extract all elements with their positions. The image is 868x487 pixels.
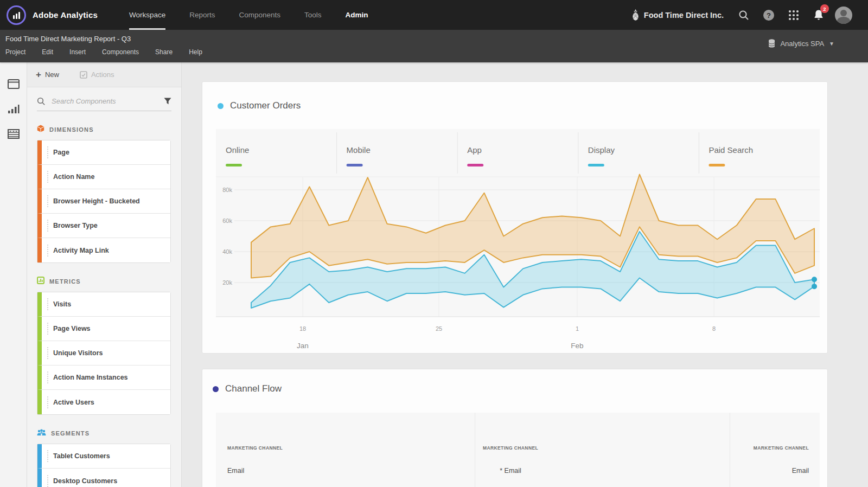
- component-label: Browser Type: [53, 222, 98, 229]
- channel-header-mobile: Mobile: [347, 145, 371, 155]
- brand-name: Adobe Analytics: [33, 10, 98, 20]
- drag-handle[interactable]: [47, 371, 48, 383]
- component-list-dimensions: PageAction NameBrowser Height - Bucketed…: [37, 140, 171, 263]
- component-label: Unique Visitors: [53, 349, 103, 357]
- topnav-item-components[interactable]: Components: [239, 0, 281, 30]
- drag-handle[interactable]: [47, 298, 48, 310]
- dimensions-item-browser-type[interactable]: Browser Type: [37, 214, 170, 238]
- month-label: Feb: [571, 342, 583, 350]
- channel-flow-dot: [213, 386, 219, 392]
- channel-color-bar-app: [467, 164, 483, 166]
- drag-handle[interactable]: [47, 220, 48, 232]
- panel-header: Channel Flow: [213, 383, 282, 394]
- project-menu-share[interactable]: Share: [155, 48, 173, 56]
- metrics-item-unique-visitors[interactable]: Unique Visitors: [37, 341, 170, 366]
- components-table-icon[interactable]: [0, 122, 27, 146]
- y-tick-label: 60k: [222, 217, 232, 224]
- help-icon[interactable]: ?: [756, 0, 781, 30]
- dimensions-item-page[interactable]: Page: [37, 140, 170, 165]
- project-menu-insert[interactable]: Insert: [69, 48, 86, 56]
- report-suite-name: Analytics SPA: [780, 40, 824, 48]
- dimensions-item-browser-height-bucketed[interactable]: Browser Height - Bucketed: [37, 189, 170, 214]
- company-name: Food Time Direct Inc.: [644, 11, 724, 20]
- topnav-item-tools[interactable]: Tools: [304, 0, 322, 30]
- project-menu-project[interactable]: Project: [5, 48, 25, 56]
- drag-handle[interactable]: [47, 195, 48, 207]
- topnav-item-reports[interactable]: Reports: [189, 0, 215, 30]
- section-header-dimensions: DIMENSIONS: [37, 125, 181, 134]
- x-tick-label: 25: [436, 325, 442, 332]
- svg-text:?: ?: [767, 11, 771, 19]
- workspace-canvas: Customer Orders OnlineMobileAppDisplayPa…: [182, 62, 868, 487]
- filter-funnel-icon[interactable]: [164, 98, 171, 105]
- search-components-input[interactable]: [50, 97, 159, 106]
- x-tick-label: 18: [299, 325, 306, 332]
- notifications-bell-icon[interactable]: 2: [806, 0, 831, 30]
- section-header-metrics: METRICS: [37, 277, 181, 286]
- month-label: Jan: [297, 342, 309, 350]
- drag-handle[interactable]: [47, 146, 48, 158]
- component-label: Action Name: [53, 173, 94, 181]
- dimensions-item-activity-map-link[interactable]: Activity Map Link: [37, 238, 170, 262]
- dimension-icon: [37, 125, 44, 134]
- drag-handle[interactable]: [47, 245, 48, 257]
- section-title: DIMENSIONS: [49, 126, 94, 133]
- customer-orders-chart[interactable]: OnlineMobileAppDisplayPaid Search20k40k6…: [216, 129, 820, 352]
- y-tick-label: 20k: [222, 279, 232, 286]
- metrics-item-action-name-instances[interactable]: Action Name Instances: [37, 366, 170, 390]
- metrics-item-page-views[interactable]: Page Views: [37, 317, 170, 341]
- project-menu-edit[interactable]: Edit: [42, 48, 53, 56]
- actions-button[interactable]: Actions: [80, 71, 114, 79]
- dimensions-item-action-name[interactable]: Action Name: [37, 165, 170, 189]
- plus-icon: +: [36, 70, 41, 79]
- project-menu-help[interactable]: Help: [189, 48, 202, 56]
- section-title: METRICS: [49, 278, 81, 285]
- component-label: Page: [53, 149, 69, 156]
- user-avatar[interactable]: [831, 0, 856, 30]
- metrics-item-active-users[interactable]: Active Users: [37, 390, 170, 414]
- drag-handle[interactable]: [47, 171, 48, 183]
- search-icon[interactable]: [731, 0, 756, 30]
- drag-handle[interactable]: [47, 475, 48, 487]
- app-switcher-icon[interactable]: [781, 0, 806, 30]
- flow-node-email[interactable]: Email: [570, 467, 809, 475]
- new-button[interactable]: + New: [36, 70, 59, 79]
- actions-button-label: Actions: [91, 71, 114, 79]
- component-label: Browser Height - Bucketed: [53, 197, 140, 205]
- component-label: Active Users: [53, 399, 94, 406]
- drag-handle[interactable]: [47, 396, 48, 408]
- report-suite-selector[interactable]: Analytics SPA ▼: [768, 39, 834, 48]
- customer-orders-panel: Customer Orders OnlineMobileAppDisplayPa…: [202, 81, 828, 354]
- metrics-item-visits[interactable]: Visits: [37, 292, 170, 317]
- visualizations-icon[interactable]: [0, 97, 27, 121]
- metric-icon: [37, 277, 44, 286]
- topnav-item-workspace[interactable]: Workspace: [129, 0, 165, 30]
- project-menu-components[interactable]: Components: [102, 48, 139, 56]
- channel-flow-visualization: MARKETING CHANNELEmailMARKETING CHANNEL*…: [216, 413, 820, 487]
- channel-header-online: Online: [226, 145, 249, 155]
- company-selector[interactable]: Food Time Direct Inc.: [631, 9, 724, 21]
- notification-badge: 2: [820, 4, 829, 13]
- series-end-marker: [812, 284, 817, 289]
- section-header-segments: SEGMENTS: [37, 428, 181, 438]
- adobe-analytics-logo[interactable]: Adobe Analytics: [0, 5, 98, 25]
- channel-flow-title: Channel Flow: [225, 383, 282, 394]
- component-search: [37, 97, 171, 111]
- drag-handle[interactable]: [47, 450, 48, 462]
- segments-item-desktop-customers[interactable]: Desktop Customers: [37, 469, 170, 487]
- component-sections: DIMENSIONSPageAction NameBrowser Height …: [27, 125, 181, 487]
- y-tick-label: 40k: [222, 248, 232, 255]
- new-button-label: New: [45, 71, 59, 79]
- panels-icon[interactable]: [0, 72, 27, 96]
- drag-handle[interactable]: [47, 347, 48, 359]
- segments-item-tablet-customers[interactable]: Tablet Customers: [37, 444, 170, 469]
- x-tick-label: 8: [712, 325, 716, 332]
- project-menubar: ProjectEditInsertComponentsShareHelp: [5, 48, 202, 56]
- drag-handle[interactable]: [47, 323, 48, 335]
- series-end-marker: [812, 277, 817, 282]
- topnav-item-admin[interactable]: Admin: [346, 0, 368, 30]
- search-icon: [37, 97, 46, 106]
- component-label: Page Views: [53, 325, 91, 332]
- component-label: Desktop Customers: [53, 477, 117, 485]
- primary-nav: WorkspaceReportsComponentsToolsAdmin: [129, 0, 368, 30]
